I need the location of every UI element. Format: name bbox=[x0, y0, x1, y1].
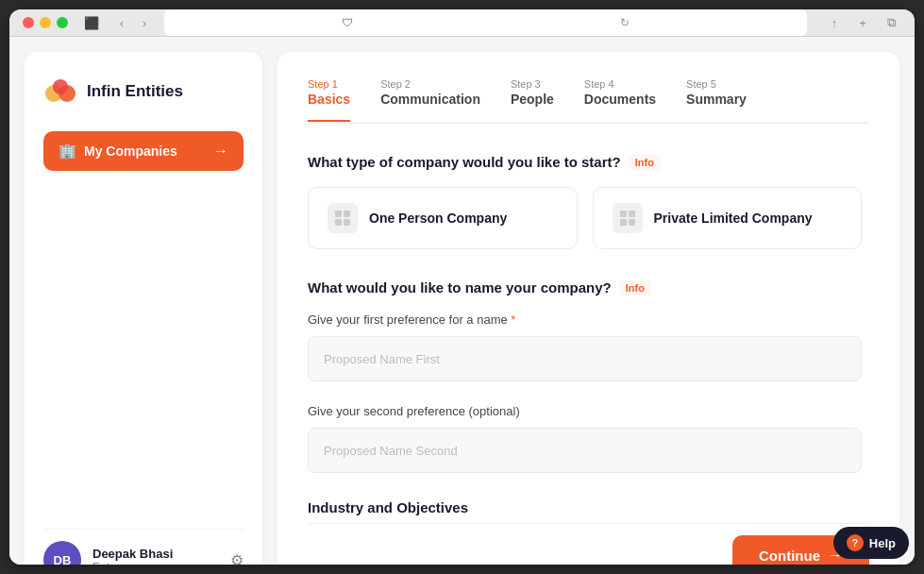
step-2-name: Communication bbox=[380, 92, 480, 107]
avatar: DB bbox=[43, 541, 81, 565]
svg-rect-9 bbox=[620, 219, 627, 226]
browser-action-icons: ↑ + ⧉ bbox=[824, 12, 901, 33]
step-3-people[interactable]: Step 3 People bbox=[511, 78, 554, 107]
private-limited-icon bbox=[613, 203, 643, 233]
close-window-button[interactable] bbox=[23, 17, 34, 28]
new-tab-icon[interactable]: + bbox=[852, 12, 873, 33]
user-profile: DB Deepak Bhasi Entrepreneur ⚙ bbox=[43, 529, 244, 565]
second-name-label: Give your second preference (optional) bbox=[308, 404, 862, 418]
minimize-window-button[interactable] bbox=[40, 17, 51, 28]
continue-label: Continue bbox=[759, 548, 820, 564]
address-bar[interactable]: 🛡 ↻ bbox=[164, 9, 807, 36]
company-type-options: One Person Company Private Limited Compa… bbox=[308, 187, 862, 249]
user-role: Entrepreneur bbox=[92, 561, 219, 566]
logo-text: Infin Entities bbox=[87, 82, 183, 101]
my-companies-label: My Companies bbox=[84, 144, 177, 159]
one-person-label: One Person Company bbox=[369, 211, 507, 226]
private-limited-label: Private Limited Company bbox=[654, 211, 813, 226]
info-badge-company-type[interactable]: Info bbox=[629, 155, 661, 170]
svg-rect-3 bbox=[335, 211, 342, 217]
step-5-summary[interactable]: Step 5 Summary bbox=[686, 78, 747, 107]
first-name-label: Give your first preference for a name * bbox=[308, 312, 862, 327]
steps-navigation: Step 1 Basics Step 2 Communication Step … bbox=[308, 78, 869, 124]
svg-rect-10 bbox=[629, 219, 635, 226]
industry-title: Industry and Objectives bbox=[308, 499, 862, 515]
step-3-label: Step 3 bbox=[511, 78, 541, 90]
browser-content: Infin Entities 🏢 My Companies → DB Deepa… bbox=[9, 37, 915, 565]
user-info: Deepak Bhasi Entrepreneur bbox=[92, 547, 219, 566]
shield-icon: 🛡 bbox=[342, 16, 353, 29]
first-name-input[interactable] bbox=[308, 336, 862, 381]
fullscreen-button[interactable] bbox=[57, 17, 68, 28]
main-content: Step 1 Basics Step 2 Communication Step … bbox=[277, 52, 899, 565]
info-badge-name[interactable]: Info bbox=[619, 280, 651, 295]
step-5-label: Step 5 bbox=[686, 78, 716, 90]
step-2-label: Step 2 bbox=[380, 78, 411, 90]
step-1-basics[interactable]: Step 1 Basics bbox=[308, 78, 350, 107]
step-4-label: Step 4 bbox=[584, 78, 614, 90]
browser-chrome: ⬛ ‹ › 🛡 ↻ ↑ + ⧉ bbox=[9, 9, 915, 37]
share-icon[interactable]: ↑ bbox=[824, 12, 845, 33]
help-label: Help bbox=[869, 536, 896, 550]
step-1-name: Basics bbox=[308, 92, 350, 122]
svg-point-2 bbox=[53, 79, 68, 94]
arrow-right-icon: → bbox=[213, 143, 228, 160]
my-companies-button[interactable]: 🏢 My Companies → bbox=[43, 131, 244, 171]
second-name-input[interactable] bbox=[308, 428, 862, 473]
user-name: Deepak Bhasi bbox=[92, 547, 219, 561]
required-star-first: * bbox=[511, 312, 515, 327]
traffic-lights bbox=[23, 17, 68, 28]
logo-icon bbox=[43, 75, 77, 109]
company-name-question: What would you like to name your company… bbox=[308, 279, 612, 295]
company-name-section: What would you like to name your company… bbox=[308, 279, 862, 295]
step-3-name: People bbox=[511, 92, 554, 107]
company-type-section: What type of company would you like to s… bbox=[308, 154, 862, 170]
logo-area: Infin Entities bbox=[43, 75, 244, 109]
private-limited-company-card[interactable]: Private Limited Company bbox=[593, 187, 863, 249]
tab-icons: ⬛ bbox=[81, 12, 102, 33]
help-button[interactable]: ? Help bbox=[833, 527, 909, 559]
settings-icon[interactable]: ⚙ bbox=[230, 551, 244, 566]
step-4-name: Documents bbox=[584, 92, 656, 107]
reload-icon[interactable]: ↻ bbox=[620, 16, 630, 29]
one-person-company-card[interactable]: One Person Company bbox=[308, 187, 578, 249]
companies-icon: 🏢 bbox=[59, 143, 76, 160]
help-circle-icon: ? bbox=[847, 534, 864, 551]
svg-rect-4 bbox=[344, 211, 350, 217]
svg-rect-5 bbox=[335, 219, 342, 226]
sidebar: Infin Entities 🏢 My Companies → DB Deepa… bbox=[25, 52, 262, 565]
back-button[interactable]: ‹ bbox=[111, 12, 132, 33]
svg-rect-6 bbox=[344, 219, 350, 226]
svg-rect-7 bbox=[620, 211, 627, 217]
svg-rect-8 bbox=[629, 211, 635, 217]
step-1-label: Step 1 bbox=[308, 78, 338, 90]
forward-button[interactable]: › bbox=[134, 12, 155, 33]
nav-arrows: ‹ › bbox=[111, 12, 155, 33]
tabs-icon[interactable]: ⧉ bbox=[881, 12, 901, 33]
step-4-documents[interactable]: Step 4 Documents bbox=[584, 78, 656, 107]
main-footer: Continue → bbox=[308, 523, 869, 565]
one-person-icon bbox=[328, 203, 358, 233]
sidebar-toggle-icon[interactable]: ⬛ bbox=[81, 12, 102, 33]
step-2-communication[interactable]: Step 2 Communication bbox=[380, 78, 480, 107]
form-content: What type of company would you like to s… bbox=[308, 154, 869, 515]
step-5-name: Summary bbox=[686, 92, 747, 107]
company-type-question: What type of company would you like to s… bbox=[308, 154, 621, 170]
